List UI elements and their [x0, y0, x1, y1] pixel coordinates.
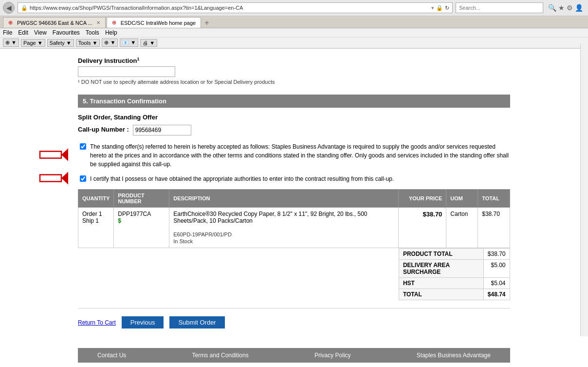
table-row: Order 1 Ship 1 DPP1977CA $ EarthChoice®3… — [78, 208, 510, 248]
section5-header: 5. Transaction Confirmation — [78, 95, 510, 108]
page-content: Delivery Instruction1 ¹ DO NOT use to sp… — [0, 49, 588, 363]
menu-favourites[interactable]: Favourites — [53, 29, 80, 36]
previous-button[interactable]: Previous — [122, 316, 164, 328]
search-input[interactable] — [456, 2, 543, 13]
tab-bar: ⊕ PWGSC 946636 East & NCA ... ✕ ⊕ ESDC/S… — [0, 16, 588, 28]
delivery-input[interactable] — [78, 66, 175, 77]
checkbox-row-2: I certify that I possess or have obtaine… — [78, 174, 510, 183]
divider — [78, 308, 510, 309]
toolbar-btn-print[interactable]: 🖨 ▼ — [140, 39, 157, 47]
svg-marker-3 — [61, 172, 68, 185]
checkbox-1[interactable] — [80, 143, 86, 150]
callup-row: Call-up Number : — [78, 125, 510, 135]
tab-esdc[interactable]: ⊕ ESDC/SC IntraWeb home page — [107, 17, 201, 28]
toolbar-btn-0[interactable]: ⊕ ▼ — [3, 39, 19, 47]
delivery-label: Delivery Instruction1 — [78, 57, 510, 64]
tab-label-pwgsc: PWGSC 946636 East & NCA ... — [17, 20, 92, 26]
address-bar[interactable]: 🔒 https://www.eway.ca/Shop/PWGS/Transact… — [18, 2, 453, 13]
refresh-icon: ▾ — [431, 5, 434, 11]
callup-label: Call-up Number : — [78, 126, 129, 133]
toolbar-btn-safety[interactable]: Safety ▼ — [47, 39, 74, 47]
checkbox-row-1: The standing offer(s) referred to herein… — [78, 142, 510, 169]
tab-favicon-esdc: ⊕ — [112, 19, 119, 26]
total-label-product: PRODUCT TOTAL — [399, 249, 483, 260]
col-product-number: PRODUCT NUMBER — [114, 190, 169, 208]
col-total: TOTAL — [478, 190, 510, 208]
total-amount-grand: $48.74 — [483, 289, 510, 300]
favorites-icon[interactable]: ★ — [558, 4, 565, 12]
col-uom: UOM — [446, 190, 478, 208]
tab-close-pwgsc[interactable]: ✕ — [96, 20, 100, 25]
total-row-hst: HST $5.04 — [399, 278, 510, 289]
col-description: DESCRIPTION — [169, 190, 399, 208]
ssl-icon: 🔒 — [436, 5, 443, 11]
total-label-hst: HST — [399, 278, 483, 289]
tab-favicon-pwgsc: ⊕ — [8, 19, 15, 26]
footer: Contact Us Terms and Conditions Privacy … — [78, 348, 510, 363]
order-table: QUANTITY PRODUCT NUMBER DESCRIPTION YOUR… — [78, 189, 510, 300]
menu-file[interactable]: File — [3, 29, 12, 36]
search-icon[interactable]: 🔍 — [548, 4, 556, 12]
callup-input[interactable] — [133, 125, 191, 135]
cell-uom: Carton — [446, 208, 478, 248]
submit-order-button[interactable]: Submit Order — [169, 316, 224, 328]
toolbar-btn-page[interactable]: Page ▼ — [21, 39, 45, 47]
new-tab-button[interactable]: + — [202, 18, 211, 28]
svg-marker-1 — [61, 149, 68, 161]
toolbar2: ⊕ ▼ Page ▼ Safety ▼ Tools ▼ ⊕ ▼ 📧 ▼ 🖨 ▼ — [0, 38, 588, 48]
total-row-product: PRODUCT TOTAL $38.70 — [399, 249, 510, 260]
toolbar-btn-tools[interactable]: Tools ▼ — [76, 39, 100, 47]
return-to-cart-button[interactable]: Return To Cart — [78, 319, 116, 326]
footer-terms[interactable]: Terms and Conditions — [192, 352, 249, 359]
footer-brand: Staples Business Advantage — [417, 352, 491, 359]
tools-icon[interactable]: ⚙ — [567, 4, 573, 12]
menu-edit[interactable]: Edit — [18, 29, 28, 36]
cell-product-number: DPP1977CA $ — [114, 208, 169, 248]
menu-view[interactable]: View — [34, 29, 47, 36]
total-amount-product: $38.70 — [483, 249, 510, 260]
lock-icon: 🔒 — [21, 5, 28, 11]
toolbar-btn-email[interactable]: 📧 ▼ — [120, 39, 138, 47]
cell-description: EarthChoice®30 Recycled Copy Paper, 8 1/… — [169, 208, 399, 248]
browser-toolbar: ◀ 🔒 https://www.eway.ca/Shop/PWGS/Transa… — [0, 0, 588, 16]
total-row-grand: TOTAL $48.74 — [399, 289, 510, 300]
cell-quantity: Order 1 Ship 1 — [78, 208, 114, 248]
arrow-indicator-1 — [39, 148, 73, 164]
cell-total: $38.70 — [478, 208, 510, 248]
browser-nav-icons: 🔍 ★ ⚙ 👤 — [546, 4, 585, 12]
scrollbar-right[interactable] — [580, 44, 588, 336]
total-label-grand: TOTAL — [399, 289, 483, 300]
svg-rect-2 — [40, 175, 61, 182]
total-amount-hst: $5.04 — [483, 278, 510, 289]
total-amount-delivery: $5.00 — [483, 260, 510, 278]
footer-privacy[interactable]: Privacy Policy — [314, 352, 351, 359]
split-order-heading: Split Order, Standing Offer — [78, 114, 510, 121]
arrow-indicator-2 — [39, 171, 73, 187]
toolbar-btn-icons[interactable]: ⊕ ▼ — [102, 39, 118, 47]
tab-pwgsc[interactable]: ⊕ PWGSC 946636 East & NCA ... ✕ — [3, 17, 106, 28]
delivery-footnote: ¹ DO NOT use to specify alternate addres… — [78, 79, 510, 85]
refresh-icon2[interactable]: ↻ — [445, 5, 449, 11]
checkbox-2[interactable] — [80, 175, 86, 182]
action-bar: Return To Cart Previous Submit Order — [78, 316, 510, 328]
cell-price: $38.70 — [399, 208, 446, 248]
tab-label-esdc: ESDC/SC IntraWeb home page — [121, 20, 196, 26]
col-your-price: YOUR PRICE — [399, 190, 446, 208]
checkbox-text-1: The standing offer(s) referred to herein… — [90, 142, 510, 169]
checkbox-text-2: I certify that I possess or have obtaine… — [90, 174, 394, 183]
browser-chrome: ◀ 🔒 https://www.eway.ca/Shop/PWGS/Transa… — [0, 0, 588, 49]
footer-contact[interactable]: Contact Us — [97, 352, 126, 359]
menu-bar: File Edit View Favourites Tools Help — [0, 28, 588, 38]
back-button[interactable]: ◀ — [3, 2, 15, 14]
totals-table: PRODUCT TOTAL $38.70 DELIVERY AREA SURCH… — [399, 248, 510, 300]
total-row-delivery: DELIVERY AREA SURCHARGE $5.00 — [399, 260, 510, 278]
user-icon[interactable]: 👤 — [575, 4, 583, 12]
total-label-delivery: DELIVERY AREA SURCHARGE — [399, 260, 483, 278]
menu-tools[interactable]: Tools — [86, 29, 99, 36]
menu-help[interactable]: Help — [105, 29, 117, 36]
svg-rect-0 — [40, 152, 61, 158]
col-quantity: QUANTITY — [78, 190, 114, 208]
url-text: https://www.eway.ca/Shop/PWGS/Transactio… — [30, 5, 429, 11]
totals-spacer: PRODUCT TOTAL $38.70 DELIVERY AREA SURCH… — [78, 248, 510, 301]
delivery-section: Delivery Instruction1 ¹ DO NOT use to sp… — [78, 57, 510, 85]
